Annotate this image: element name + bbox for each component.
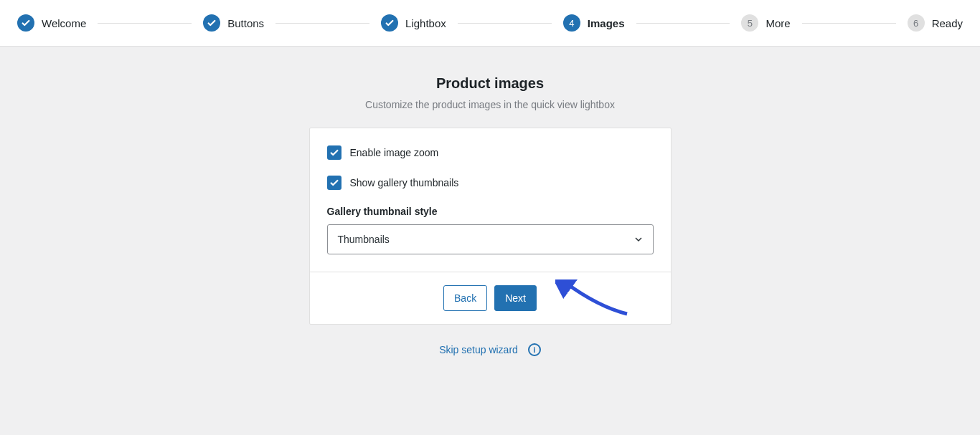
chevron-down-icon: [634, 235, 643, 244]
step-label: Ready: [932, 17, 963, 29]
step-number: 6: [908, 14, 925, 32]
step-label: Lightbox: [405, 17, 446, 29]
step-connector: [802, 23, 896, 24]
check-icon: [17, 14, 34, 32]
skip-row: Skip setup wizard i: [439, 343, 541, 356]
settings-card: Enable image zoom Show gallery thumbnail…: [309, 128, 672, 325]
check-icon: [203, 14, 220, 32]
enable-zoom-label: Enable image zoom: [350, 147, 439, 158]
page-subtitle: Customize the product images in the quic…: [365, 99, 615, 110]
thumbnail-style-select-wrap: Thumbnails: [327, 224, 654, 254]
step-label: More: [765, 17, 790, 29]
check-icon: [381, 14, 398, 32]
show-thumbnails-row: Show gallery thumbnails: [327, 176, 654, 190]
main: Product images Customize the product ima…: [0, 47, 980, 356]
step-connector: [98, 23, 192, 24]
setup-stepper: Welcome Buttons Lightbox 4 Images 5 More…: [0, 0, 980, 47]
thumbnail-style-select[interactable]: Thumbnails: [327, 224, 654, 254]
show-thumbnails-checkbox[interactable]: [327, 176, 341, 190]
step-label: Images: [588, 17, 625, 29]
step-number: 4: [563, 14, 580, 32]
annotation-arrow-icon: [555, 279, 634, 319]
step-label: Buttons: [227, 17, 264, 29]
back-button[interactable]: Back: [443, 285, 487, 311]
thumbnail-style-label: Gallery thumbnail style: [327, 206, 654, 217]
page-title: Product images: [436, 75, 544, 92]
step-connector: [458, 23, 552, 24]
step-lightbox[interactable]: Lightbox: [381, 14, 446, 32]
enable-zoom-checkbox[interactable]: [327, 145, 341, 160]
show-thumbnails-label: Show gallery thumbnails: [350, 177, 459, 188]
step-number: 5: [741, 14, 758, 32]
next-button[interactable]: Next: [494, 285, 537, 311]
step-welcome[interactable]: Welcome: [17, 14, 86, 32]
enable-zoom-row: Enable image zoom: [327, 145, 654, 160]
select-value: Thumbnails: [338, 234, 390, 245]
card-body: Enable image zoom Show gallery thumbnail…: [310, 128, 671, 272]
step-buttons[interactable]: Buttons: [203, 14, 264, 32]
step-connector: [636, 23, 730, 24]
step-ready[interactable]: 6 Ready: [908, 14, 963, 32]
step-label: Welcome: [42, 17, 86, 29]
card-footer: Back Next: [310, 272, 671, 324]
step-more[interactable]: 5 More: [741, 14, 790, 32]
step-connector: [275, 23, 369, 24]
info-icon[interactable]: i: [528, 343, 541, 356]
step-images[interactable]: 4 Images: [563, 14, 625, 32]
skip-setup-link[interactable]: Skip setup wizard: [439, 344, 518, 355]
